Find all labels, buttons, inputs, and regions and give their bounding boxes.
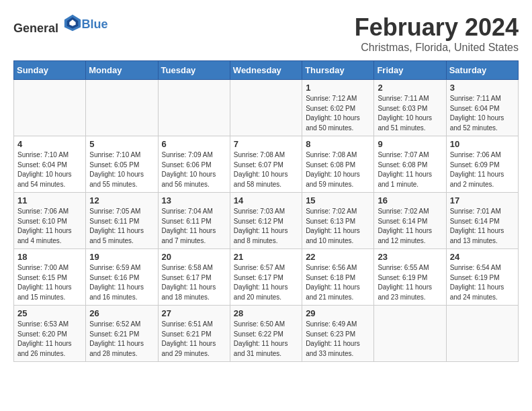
calendar-week-1: 1Sunrise: 7:12 AMSunset: 6:02 PMDaylight… [14, 80, 519, 136]
weekday-header-monday: Monday [86, 61, 158, 80]
day-info: Sunrise: 6:54 AMSunset: 6:19 PMDaylight:… [450, 263, 515, 302]
title-section: February 2024 Christmas, Florida, United… [355, 13, 519, 54]
weekday-header-row: SundayMondayTuesdayWednesdayThursdayFrid… [14, 61, 519, 80]
day-number: 12 [89, 195, 154, 205]
calendar-week-5: 25Sunrise: 6:53 AMSunset: 6:20 PMDayligh… [14, 306, 519, 362]
calendar-cell: 23Sunrise: 6:55 AMSunset: 6:19 PMDayligh… [374, 249, 446, 306]
logo-icon [63, 13, 82, 32]
day-number: 11 [17, 195, 82, 205]
day-info: Sunrise: 6:52 AMSunset: 6:21 PMDaylight:… [89, 320, 154, 359]
calendar-cell [374, 306, 446, 362]
day-number: 13 [162, 195, 226, 205]
day-info: Sunrise: 7:10 AMSunset: 6:05 PMDaylight:… [89, 150, 154, 189]
calendar-cell: 3Sunrise: 7:11 AMSunset: 6:04 PMDaylight… [446, 80, 518, 136]
day-info: Sunrise: 7:09 AMSunset: 6:06 PMDaylight:… [162, 150, 226, 189]
day-number: 29 [306, 308, 370, 318]
calendar-cell: 12Sunrise: 7:05 AMSunset: 6:11 PMDayligh… [86, 193, 158, 249]
calendar-cell: 19Sunrise: 6:59 AMSunset: 6:16 PMDayligh… [86, 249, 158, 306]
month-title: February 2024 [355, 13, 519, 42]
calendar-cell: 11Sunrise: 7:06 AMSunset: 6:10 PMDayligh… [14, 193, 86, 249]
day-number: 26 [89, 308, 154, 318]
day-info: Sunrise: 7:01 AMSunset: 6:14 PMDaylight:… [450, 207, 515, 246]
calendar-cell: 18Sunrise: 7:00 AMSunset: 6:15 PMDayligh… [14, 249, 86, 306]
calendar-cell: 1Sunrise: 7:12 AMSunset: 6:02 PMDaylight… [302, 80, 374, 136]
day-number: 24 [450, 252, 515, 262]
day-info: Sunrise: 6:58 AMSunset: 6:17 PMDaylight:… [162, 263, 226, 302]
day-number: 19 [89, 252, 154, 262]
calendar-cell: 13Sunrise: 7:04 AMSunset: 6:11 PMDayligh… [158, 193, 230, 249]
day-info: Sunrise: 6:49 AMSunset: 6:23 PMDaylight:… [306, 320, 370, 359]
day-number: 25 [17, 308, 82, 318]
weekday-header-sunday: Sunday [14, 61, 86, 80]
day-info: Sunrise: 6:53 AMSunset: 6:20 PMDaylight:… [17, 320, 82, 359]
day-number: 3 [450, 83, 515, 93]
day-number: 2 [378, 83, 442, 93]
day-number: 8 [306, 139, 370, 149]
day-info: Sunrise: 7:08 AMSunset: 6:08 PMDaylight:… [306, 150, 370, 189]
day-number: 18 [17, 252, 82, 262]
calendar-week-2: 4Sunrise: 7:10 AMSunset: 6:04 PMDaylight… [14, 136, 519, 193]
day-info: Sunrise: 7:08 AMSunset: 6:07 PMDaylight:… [234, 150, 298, 189]
weekday-header-thursday: Thursday [302, 61, 374, 80]
day-info: Sunrise: 7:06 AMSunset: 6:09 PMDaylight:… [450, 150, 515, 189]
calendar-cell: 9Sunrise: 7:07 AMSunset: 6:08 PMDaylight… [374, 136, 446, 193]
logo: General Blue [13, 13, 108, 36]
calendar-cell: 17Sunrise: 7:01 AMSunset: 6:14 PMDayligh… [446, 193, 518, 249]
calendar-cell [446, 306, 518, 362]
day-number: 16 [378, 195, 442, 205]
day-number: 4 [17, 139, 82, 149]
day-info: Sunrise: 6:55 AMSunset: 6:19 PMDaylight:… [378, 263, 442, 302]
day-info: Sunrise: 7:02 AMSunset: 6:14 PMDaylight:… [378, 207, 442, 246]
calendar-cell: 20Sunrise: 6:58 AMSunset: 6:17 PMDayligh… [158, 249, 230, 306]
day-info: Sunrise: 7:11 AMSunset: 6:03 PMDaylight:… [378, 94, 442, 133]
page-header: General Blue February 2024 Christmas, Fl… [13, 13, 519, 54]
weekday-header-tuesday: Tuesday [158, 61, 230, 80]
day-info: Sunrise: 6:57 AMSunset: 6:17 PMDaylight:… [234, 263, 298, 302]
day-number: 15 [306, 195, 370, 205]
day-info: Sunrise: 6:59 AMSunset: 6:16 PMDaylight:… [89, 263, 154, 302]
calendar-cell: 2Sunrise: 7:11 AMSunset: 6:03 PMDaylight… [374, 80, 446, 136]
calendar-cell [158, 80, 230, 136]
day-info: Sunrise: 7:06 AMSunset: 6:10 PMDaylight:… [17, 207, 82, 246]
calendar-cell [86, 80, 158, 136]
calendar-cell: 25Sunrise: 6:53 AMSunset: 6:20 PMDayligh… [14, 306, 86, 362]
day-number: 6 [162, 139, 226, 149]
calendar-table: SundayMondayTuesdayWednesdayThursdayFrid… [13, 60, 519, 362]
day-info: Sunrise: 7:05 AMSunset: 6:11 PMDaylight:… [89, 207, 154, 246]
calendar-cell: 21Sunrise: 6:57 AMSunset: 6:17 PMDayligh… [230, 249, 302, 306]
weekday-header-friday: Friday [374, 61, 446, 80]
day-info: Sunrise: 6:50 AMSunset: 6:22 PMDaylight:… [234, 320, 298, 359]
day-info: Sunrise: 7:11 AMSunset: 6:04 PMDaylight:… [450, 94, 515, 133]
day-info: Sunrise: 7:03 AMSunset: 6:12 PMDaylight:… [234, 207, 298, 246]
calendar-cell: 26Sunrise: 6:52 AMSunset: 6:21 PMDayligh… [86, 306, 158, 362]
calendar-cell: 24Sunrise: 6:54 AMSunset: 6:19 PMDayligh… [446, 249, 518, 306]
day-number: 20 [162, 252, 226, 262]
calendar-cell: 5Sunrise: 7:10 AMSunset: 6:05 PMDaylight… [86, 136, 158, 193]
day-number: 27 [162, 308, 226, 318]
calendar-cell: 8Sunrise: 7:08 AMSunset: 6:08 PMDaylight… [302, 136, 374, 193]
day-info: Sunrise: 7:04 AMSunset: 6:11 PMDaylight:… [162, 207, 226, 246]
calendar-cell [230, 80, 302, 136]
day-number: 28 [234, 308, 298, 318]
day-number: 1 [306, 83, 370, 93]
calendar-cell: 10Sunrise: 7:06 AMSunset: 6:09 PMDayligh… [446, 136, 518, 193]
location-title: Christmas, Florida, United States [355, 42, 519, 54]
logo-text-general: General [13, 21, 58, 35]
day-number: 22 [306, 252, 370, 262]
calendar-cell: 7Sunrise: 7:08 AMSunset: 6:07 PMDaylight… [230, 136, 302, 193]
day-info: Sunrise: 7:10 AMSunset: 6:04 PMDaylight:… [17, 150, 82, 189]
calendar-cell: 29Sunrise: 6:49 AMSunset: 6:23 PMDayligh… [302, 306, 374, 362]
day-number: 10 [450, 139, 515, 149]
day-number: 7 [234, 139, 298, 149]
calendar-cell: 6Sunrise: 7:09 AMSunset: 6:06 PMDaylight… [158, 136, 230, 193]
calendar-week-3: 11Sunrise: 7:06 AMSunset: 6:10 PMDayligh… [14, 193, 519, 249]
day-number: 5 [89, 139, 154, 149]
calendar-week-4: 18Sunrise: 7:00 AMSunset: 6:15 PMDayligh… [14, 249, 519, 306]
logo-text-blue: Blue [82, 17, 108, 31]
day-info: Sunrise: 7:00 AMSunset: 6:15 PMDaylight:… [17, 263, 82, 302]
calendar-body: 1Sunrise: 7:12 AMSunset: 6:02 PMDaylight… [14, 80, 519, 362]
day-number: 21 [234, 252, 298, 262]
calendar-cell: 15Sunrise: 7:02 AMSunset: 6:13 PMDayligh… [302, 193, 374, 249]
day-number: 9 [378, 139, 442, 149]
day-number: 23 [378, 252, 442, 262]
